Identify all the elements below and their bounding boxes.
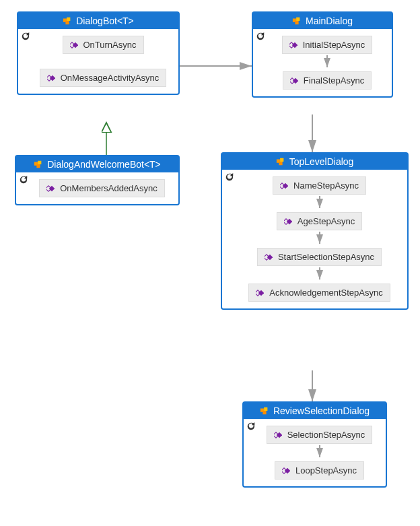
flow-arrow-icon	[323, 55, 331, 70]
class-icon	[34, 160, 43, 169]
method-label: NameStepAsync	[293, 180, 359, 191]
svg-rect-40	[262, 411, 266, 414]
method-item: AcknowledgementStepAsync	[248, 284, 390, 302]
class-body: NameStepAsync AgeStepAsync StartSelectio…	[222, 170, 407, 308]
method-icon	[47, 74, 55, 82]
method-label: StartSelectionStepAsync	[278, 252, 374, 262]
class-body: OnMembersAddedAsync	[16, 172, 178, 204]
method-item: StartSelectionStepAsync	[257, 248, 382, 266]
diagram-canvas: DialogBot<T> OnTurnAsync OnMessage	[0, 0, 420, 526]
method-item: FinalStepAsync	[283, 71, 372, 90]
members: OnTurnAsync OnMessageActivityAsync	[25, 36, 172, 87]
class-icon	[63, 16, 72, 26]
class-icon	[260, 406, 269, 416]
method-icon	[46, 185, 55, 193]
svg-rect-26	[279, 162, 282, 165]
class-maindialog: MainDialog InitialStepAsync	[252, 11, 393, 98]
refresh-icon	[225, 172, 234, 182]
refresh-icon	[246, 422, 256, 431]
class-body: InitialStepAsync FinalStepAsync	[253, 29, 392, 96]
method-icon	[282, 467, 290, 475]
svg-rect-39	[264, 407, 267, 411]
class-title: DialogAndWelcomeBot<T>	[47, 159, 161, 170]
class-header: TopLevelDialog	[222, 154, 407, 170]
class-header: MainDialog	[253, 13, 392, 29]
flow-arrow-icon	[316, 232, 324, 246]
members: NameStepAsync AgeStepAsync StartSelectio…	[229, 176, 400, 302]
refresh-icon	[21, 32, 30, 41]
class-dialogandwelcomebot: DialogAndWelcomeBot<T> OnMembersAddedAsy…	[15, 155, 180, 205]
method-label: LoopStepAsync	[295, 465, 357, 475]
method-item: LoopStepAsync	[275, 461, 364, 480]
refresh-icon	[19, 175, 28, 185]
method-icon	[70, 41, 78, 49]
method-label: OnTurnAsync	[83, 40, 137, 50]
members: SelectionStepAsync LoopStepAsync	[250, 426, 379, 480]
class-title: TopLevelDialog	[289, 156, 354, 167]
method-icon	[256, 289, 264, 297]
method-label: AgeStepAsync	[298, 216, 355, 226]
class-icon	[292, 16, 302, 26]
svg-rect-5	[67, 18, 70, 21]
class-icon	[276, 157, 285, 166]
svg-rect-17	[296, 18, 300, 21]
class-header: DialogAndWelcomeBot<T>	[16, 156, 178, 172]
svg-rect-25	[280, 158, 283, 162]
method-item: OnTurnAsync	[63, 36, 144, 54]
method-icon	[280, 182, 288, 190]
method-label: SelectionStepAsync	[287, 430, 365, 440]
flow-arrow-icon	[316, 445, 324, 460]
class-dialogbot: DialogBot<T> OnTurnAsync OnMessage	[17, 11, 180, 95]
method-label: OnMessageActivityAsync	[61, 73, 160, 83]
class-title: MainDialog	[306, 15, 353, 26]
method-icon	[265, 253, 273, 261]
svg-rect-18	[295, 21, 298, 24]
method-label: OnMembersAddedAsync	[60, 183, 158, 193]
class-body: SelectionStepAsync LoopStepAsync	[244, 419, 386, 486]
method-item: SelectionStepAsync	[267, 426, 373, 444]
members: OnMembersAddedAsync	[23, 179, 172, 197]
svg-rect-13	[37, 164, 40, 168]
flow-arrow-icon	[316, 196, 324, 211]
class-title: DialogBot<T>	[76, 15, 134, 26]
method-item: InitialStepAsync	[282, 36, 373, 54]
class-topleveldialog: TopLevelDialog NameStepAsync AgeSt	[221, 152, 409, 310]
svg-rect-6	[66, 21, 69, 24]
method-icon	[290, 77, 298, 85]
flow-arrow-icon	[316, 267, 324, 282]
class-header: ReviewSelectionDialog	[244, 403, 386, 419]
method-icon	[284, 218, 292, 226]
method-label: InitialStepAsync	[303, 40, 365, 50]
class-body: OnTurnAsync OnMessageActivityAsync	[18, 29, 178, 94]
method-label: FinalStepAsync	[304, 75, 364, 86]
members: InitialStepAsync FinalStepAsync	[260, 36, 385, 90]
method-label: AcknowledgementStepAsync	[269, 288, 382, 298]
svg-rect-12	[38, 161, 41, 164]
method-item: OnMessageActivityAsync	[40, 69, 167, 87]
refresh-icon	[256, 32, 265, 41]
method-item: AgeStepAsync	[277, 212, 362, 230]
class-header: DialogBot<T>	[18, 13, 178, 29]
class-reviewselectiondialog: ReviewSelectionDialog SelectionStepAsync	[242, 401, 387, 488]
class-title: ReviewSelectionDialog	[273, 405, 370, 416]
method-item: OnMembersAddedAsync	[39, 179, 165, 197]
method-icon	[289, 41, 298, 49]
method-icon	[274, 431, 282, 439]
method-item: NameStepAsync	[273, 176, 366, 195]
